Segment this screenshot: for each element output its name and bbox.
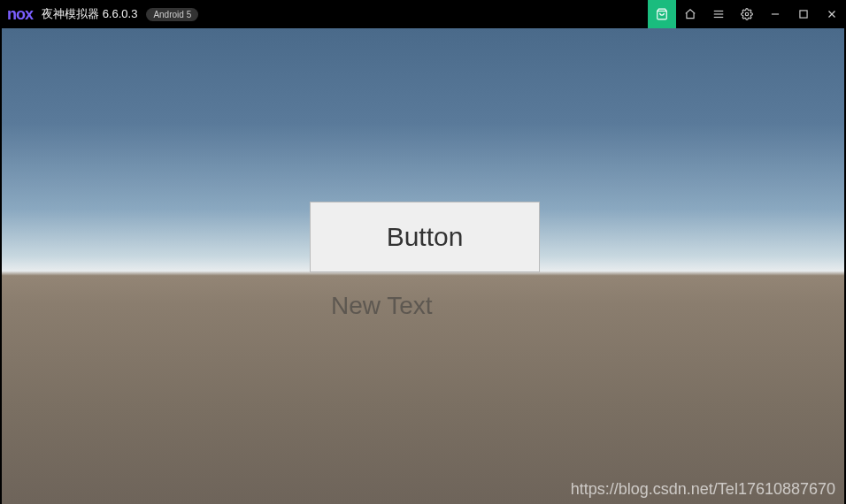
unity-text-label: New Text [331, 292, 433, 320]
titlebar-controls [648, 0, 846, 28]
menu-icon[interactable] [704, 0, 733, 28]
home-icon[interactable] [676, 0, 704, 28]
svg-rect-6 [800, 11, 807, 18]
emulator-viewport: Button New Text https://blog.csdn.net/Te… [2, 28, 844, 504]
store-icon[interactable] [648, 0, 676, 28]
window-title: 夜神模拟器 6.6.0.3 [42, 6, 137, 22]
window-titlebar: nox 夜神模拟器 6.6.0.3 Android 5 [0, 0, 846, 28]
unity-button[interactable]: Button [310, 202, 540, 272]
android-badge: Android 5 [146, 8, 198, 21]
svg-point-4 [745, 12, 749, 16]
maximize-icon[interactable] [789, 0, 818, 28]
settings-icon[interactable] [733, 0, 761, 28]
watermark: https://blog.csdn.net/Tel17610887670 [571, 480, 835, 499]
minimize-icon[interactable] [761, 0, 789, 28]
nox-logo: nox [7, 5, 33, 24]
close-icon[interactable] [818, 0, 846, 28]
